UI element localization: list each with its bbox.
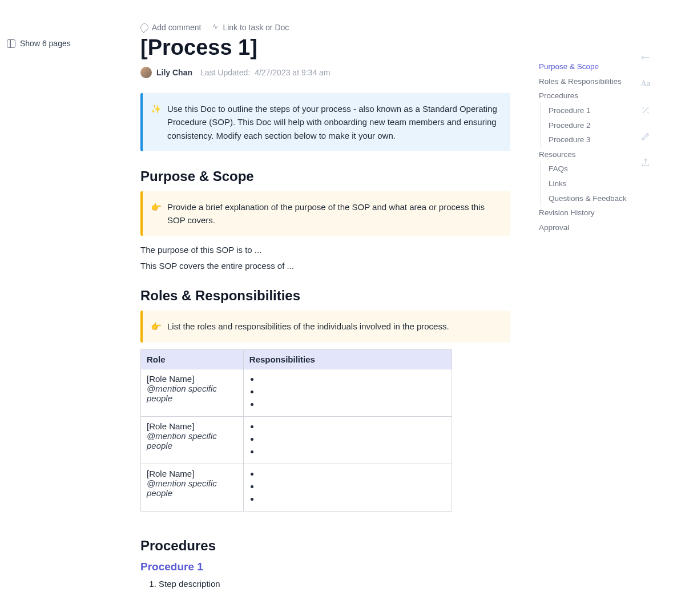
outline-item-procedure-3[interactable]: Procedure 3 <box>549 132 630 147</box>
avatar[interactable] <box>140 67 152 78</box>
outline-item-purpose[interactable]: Purpose & Scope <box>539 59 630 74</box>
side-toolbar: Aa <box>640 53 651 168</box>
intro-callout-text: Use this Doc to outline the steps of you… <box>167 102 499 142</box>
link-icon <box>211 23 219 31</box>
typography-icon[interactable]: Aa <box>640 79 651 89</box>
intro-callout[interactable]: ✨ Use this Doc to outline the steps of y… <box>140 93 510 151</box>
document-main: Add comment Link to task or Doc [Process… <box>140 23 510 590</box>
outline-item-resources[interactable]: Resources <box>539 147 630 162</box>
procedure-1-heading[interactable]: Procedure 1 <box>140 561 510 573</box>
outline-item-questions[interactable]: Questions & Feedback <box>549 191 630 206</box>
outline-item-revision[interactable]: Revision History <box>539 206 630 220</box>
roles-col-resp: Responsibilities <box>243 349 452 369</box>
step-item[interactable]: Step description <box>159 578 510 590</box>
updated-value: 4/27/2023 at 9:34 am <box>255 68 330 77</box>
table-row[interactable]: [Role Name] @mention specific people <box>141 416 452 464</box>
outline-item-roles[interactable]: Roles & Responsibilities <box>539 74 630 89</box>
link-task-label: Link to task or Doc <box>223 23 289 32</box>
purpose-callout[interactable]: 👉 Provide a brief explanation of the pur… <box>140 191 510 236</box>
outline-item-links[interactable]: Links <box>549 176 630 191</box>
role-name: [Role Name] <box>147 421 237 431</box>
roles-table[interactable]: Role Responsibilities [Role Name] @menti… <box>140 349 452 512</box>
comment-icon <box>140 23 148 31</box>
outline-item-approval[interactable]: Approval <box>539 220 630 235</box>
page-title[interactable]: [Process 1] <box>140 35 510 60</box>
roles-callout-text: List the roles and responsibilities of t… <box>167 320 449 333</box>
pointing-icon: 👉 <box>151 200 162 227</box>
role-name: [Role Name] <box>147 374 237 384</box>
table-row[interactable]: [Role Name] @mention specific people <box>141 369 452 416</box>
role-mention: @mention specific people <box>147 384 217 403</box>
document-outline: Purpose & Scope Roles & Responsibilities… <box>539 59 630 235</box>
add-comment-button[interactable]: Add comment <box>140 23 201 32</box>
roles-heading[interactable]: Roles & Responsibilities <box>140 288 510 304</box>
magic-icon[interactable] <box>640 105 651 115</box>
author-name[interactable]: Lily Chan <box>156 68 192 77</box>
role-name: [Role Name] <box>147 469 237 478</box>
outline-item-faqs[interactable]: FAQs <box>549 162 630 176</box>
roles-callout[interactable]: 👉 List the roles and responsibilities of… <box>140 311 510 342</box>
outline-item-procedure-1[interactable]: Procedure 1 <box>549 103 630 118</box>
add-comment-label: Add comment <box>152 23 201 32</box>
edit-icon[interactable] <box>640 131 651 142</box>
purpose-body-2[interactable]: This SOP covers the entire process of ..… <box>140 259 510 273</box>
role-mention: @mention specific people <box>147 431 217 450</box>
outline-item-procedure-2[interactable]: Procedure 2 <box>549 118 630 133</box>
purpose-body-1[interactable]: The purpose of this SOP is to ... <box>140 243 510 257</box>
role-mention: @mention specific people <box>147 478 217 498</box>
show-pages-label: Show 6 pages <box>20 39 71 48</box>
procedures-heading[interactable]: Procedures <box>140 538 510 554</box>
outline-item-procedures[interactable]: Procedures <box>539 88 630 103</box>
purpose-callout-text: Provide a brief explanation of the purpo… <box>167 200 499 227</box>
procedure-1-steps[interactable]: Step description <box>140 578 510 590</box>
share-icon[interactable] <box>640 158 651 168</box>
purpose-heading[interactable]: Purpose & Scope <box>140 168 510 184</box>
roles-col-role: Role <box>141 349 244 369</box>
byline: Lily Chan Last Updated: 4/27/2023 at 9:3… <box>140 67 510 78</box>
pointing-icon: 👉 <box>151 320 162 333</box>
table-row[interactable]: [Role Name] @mention specific people <box>141 464 452 511</box>
width-icon[interactable] <box>640 53 651 63</box>
panel-icon <box>7 39 15 48</box>
link-task-button[interactable]: Link to task or Doc <box>211 23 289 32</box>
show-pages-toggle[interactable]: Show 6 pages <box>7 39 71 48</box>
updated-label: Last Updated: <box>200 68 250 77</box>
sparkle-icon: ✨ <box>151 102 162 142</box>
doc-actions: Add comment Link to task or Doc <box>140 23 510 32</box>
